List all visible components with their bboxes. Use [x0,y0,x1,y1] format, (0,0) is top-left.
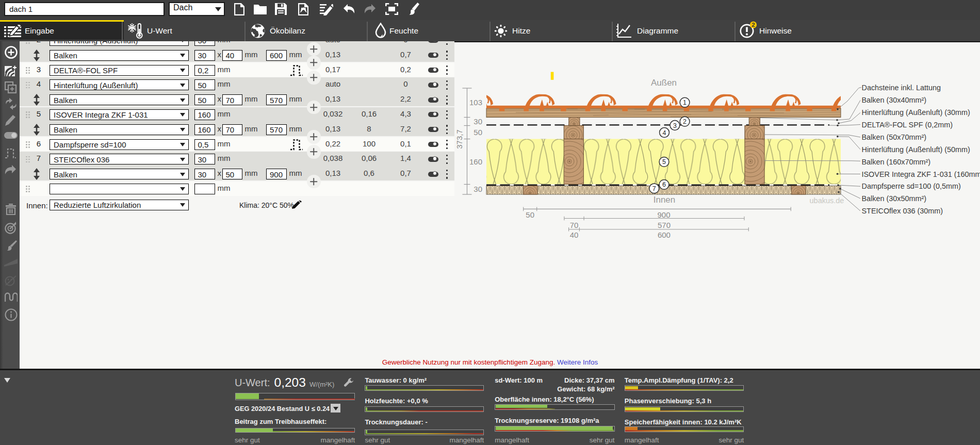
svg-text:Dachsteine inkl. Lattung: Dachsteine inkl. Lattung [862,84,941,92]
svg-text:ubakus.de: ubakus.de [810,196,844,205]
svg-text:5: 5 [662,158,666,166]
svg-text:900: 900 [657,210,670,219]
svg-text:2: 2 [752,22,755,28]
svg-text:600: 600 [658,230,671,239]
svg-text:40: 40 [570,230,579,239]
svg-text:Balken (160x70mm²): Balken (160x70mm²) [862,158,931,166]
svg-text:Hinterlüftung (Außenluft) (50m: Hinterlüftung (Außenluft) (50mm) [862,145,970,154]
svg-text:1: 1 [683,99,687,106]
svg-text:70: 70 [570,221,579,229]
svg-text:Balken (50x70mm²): Balken (50x70mm²) [862,133,927,141]
svg-text:4: 4 [663,129,666,137]
svg-text:30: 30 [473,185,482,193]
svg-text:7: 7 [652,185,656,192]
svg-text:160: 160 [469,157,482,166]
svg-text:50: 50 [473,128,482,137]
svg-text:DELTA®-FOL SPF (0,2mm): DELTA®-FOL SPF (0,2mm) [862,121,953,129]
svg-text:Balken (30x40mm²): Balken (30x40mm²) [862,96,927,104]
svg-text:373,7: 373,7 [455,129,464,149]
svg-text:Dampfsperre sd=100 (0,5mm): Dampfsperre sd=100 (0,5mm) [862,182,961,190]
svg-text:Hinterlüftung (Außenluft) (30m: Hinterlüftung (Außenluft) (30mm) [862,108,970,117]
svg-text:3: 3 [673,122,677,129]
svg-text:30: 30 [473,117,482,126]
svg-text:Außen: Außen [651,78,677,88]
svg-text:6: 6 [662,181,666,188]
svg-text:50: 50 [526,210,534,219]
svg-text:570: 570 [658,221,671,229]
svg-text:103: 103 [469,98,482,107]
svg-text:2: 2 [683,118,687,125]
svg-text:Balken (30x50mm²): Balken (30x50mm²) [862,194,927,203]
svg-text:ISOVER Integra ZKF 1-031 (160m: ISOVER Integra ZKF 1-031 (160mm) [862,170,980,178]
svg-text:STEICOflex 036 (30mm): STEICOflex 036 (30mm) [862,207,943,215]
svg-text:Innen: Innen [654,195,676,205]
